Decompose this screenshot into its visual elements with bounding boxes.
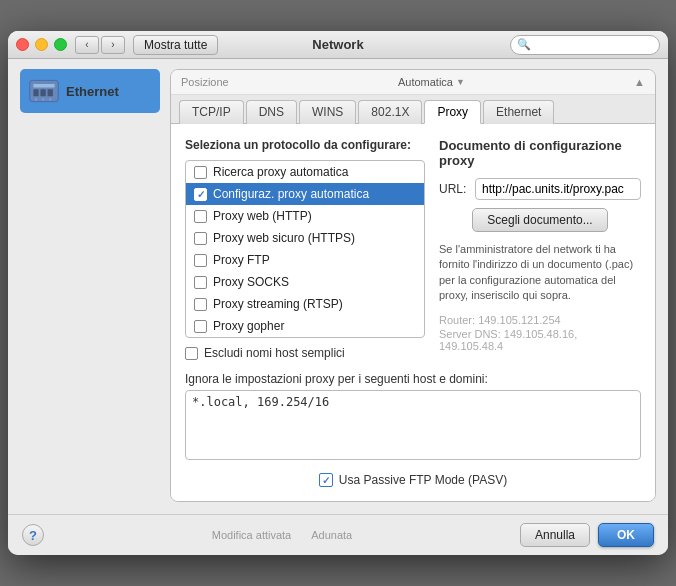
status-label-1: Modifica attivata	[212, 529, 291, 541]
search-icon: 🔍	[517, 38, 531, 51]
protocol-item-ricerca[interactable]: Ricerca proxy automatica	[186, 161, 424, 183]
label-web: Proxy web (HTTP)	[213, 209, 312, 223]
bottom-status: Modifica attivata Adunata	[212, 529, 352, 541]
cancel-button[interactable]: Annulla	[520, 523, 590, 547]
ignore-textarea[interactable]: *.local, 169.254/16	[185, 390, 641, 460]
tab-proxy[interactable]: Proxy	[424, 100, 481, 124]
svg-rect-1	[33, 84, 54, 88]
svg-rect-4	[48, 89, 53, 96]
protocol-item-configurauz[interactable]: ✓ Configuraz. proxy automatica	[186, 183, 424, 205]
tab-8021x[interactable]: 802.1X	[358, 100, 422, 124]
ignore-section: Ignora le impostazioni proxy per i segue…	[185, 372, 641, 463]
help-button[interactable]: ?	[22, 524, 44, 546]
traffic-lights	[16, 38, 67, 51]
label-configurauz: Configuraz. proxy automatica	[213, 187, 369, 201]
checkbox-socks[interactable]	[194, 276, 207, 289]
svg-rect-3	[40, 89, 45, 96]
protocol-item-streaming[interactable]: Proxy streaming (RTSP)	[186, 293, 424, 315]
protocol-item-gopher[interactable]: Proxy gopher	[186, 315, 424, 337]
passive-ftp-row: ✓ Usa Passive FTP Mode (PASV)	[185, 473, 641, 487]
label-websicuro: Proxy web sicuro (HTTPS)	[213, 231, 355, 245]
svg-rect-5	[35, 98, 37, 101]
checkbox-ricerca[interactable]	[194, 166, 207, 179]
nav-buttons: ‹ ›	[75, 36, 125, 54]
protocol-section-title: Seleziona un protocollo da configurare:	[185, 138, 425, 152]
checkbox-configurauz[interactable]: ✓	[194, 188, 207, 201]
panel-content: Seleziona un protocollo da configurare: …	[171, 124, 655, 501]
status-label-2: Adunata	[311, 529, 352, 541]
url-label: URL:	[439, 182, 469, 196]
forward-button[interactable]: ›	[101, 36, 125, 54]
ethernet-icon	[28, 75, 60, 107]
window-title: Network	[312, 37, 363, 52]
show-all-button[interactable]: Mostra tutte	[133, 35, 218, 55]
checkbox-websicuro[interactable]	[194, 232, 207, 245]
label-ricerca: Ricerca proxy automatica	[213, 165, 348, 179]
checkbox-gopher[interactable]	[194, 320, 207, 333]
protocol-list: Ricerca proxy automatica ✓ Configuraz. p…	[185, 160, 425, 338]
label-gopher: Proxy gopher	[213, 319, 284, 333]
checkbox-passive-ftp[interactable]: ✓	[319, 473, 333, 487]
tabs-bar: TCP/IP DNS WINS 802.1X Proxy Ethernet	[171, 95, 655, 124]
dropdown-arrow-icon: ▼	[456, 77, 465, 87]
greyed-router: Router: 149.105.121.254	[439, 314, 641, 326]
left-column: Seleziona un protocollo da configurare: …	[185, 138, 425, 360]
protocol-item-web[interactable]: Proxy web (HTTP)	[186, 205, 424, 227]
checkbox-ftp[interactable]	[194, 254, 207, 267]
bottom-bar: ? Modifica attivata Adunata Annulla OK	[8, 514, 668, 555]
sidebar-item-ethernet[interactable]: Ethernet	[20, 69, 160, 113]
url-row: URL:	[439, 178, 641, 200]
checkmark-icon: ✓	[197, 189, 205, 200]
label-ftp: Proxy FTP	[213, 253, 270, 267]
protocol-item-socks[interactable]: Proxy SOCKS	[186, 271, 424, 293]
close-button[interactable]	[16, 38, 29, 51]
maximize-button[interactable]	[54, 38, 67, 51]
exclude-row: Escludi nomi host semplici	[185, 346, 425, 360]
svg-rect-7	[49, 98, 51, 101]
greyed-dns: Server DNS: 149.105.48.16, 149.105.48.4	[439, 328, 641, 352]
label-socks: Proxy SOCKS	[213, 275, 289, 289]
sidebar-label-ethernet: Ethernet	[66, 84, 119, 99]
info-text: Se l'amministratore del network ti ha fo…	[439, 242, 641, 304]
title-bar: ‹ › Mostra tutte Network 🔍	[8, 31, 668, 59]
svg-rect-6	[42, 98, 44, 101]
search-box: 🔍	[510, 35, 660, 55]
ok-button[interactable]: OK	[598, 523, 654, 547]
checkbox-exclude[interactable]	[185, 347, 198, 360]
main-layout: Ethernet Posizione Automatica ▼ ▲ TCP/IP	[20, 69, 656, 502]
tab-wins[interactable]: WINS	[299, 100, 356, 124]
automatica-label: Automatica	[398, 76, 453, 88]
proxy-doc-title: Documento di configurazione proxy	[439, 138, 641, 168]
content-area: Ethernet Posizione Automatica ▼ ▲ TCP/IP	[8, 59, 668, 514]
tab-dns[interactable]: DNS	[246, 100, 297, 124]
search-input[interactable]	[535, 38, 653, 52]
automatica-dropdown[interactable]: Automatica ▼	[398, 76, 465, 88]
network-window: ‹ › Mostra tutte Network 🔍	[8, 31, 668, 555]
position-label: Posizione	[181, 76, 229, 88]
checkbox-streaming[interactable]	[194, 298, 207, 311]
passive-checkmark-icon: ✓	[322, 475, 330, 486]
label-streaming: Proxy streaming (RTSP)	[213, 297, 343, 311]
tab-tcpip[interactable]: TCP/IP	[179, 100, 244, 124]
back-button[interactable]: ‹	[75, 36, 99, 54]
url-input[interactable]	[475, 178, 641, 200]
right-column: Documento di configurazione proxy URL: S…	[439, 138, 641, 360]
protocol-item-websicuro[interactable]: Proxy web sicuro (HTTPS)	[186, 227, 424, 249]
checkbox-web[interactable]	[194, 210, 207, 223]
sidebar: Ethernet	[20, 69, 160, 502]
right-panel: Posizione Automatica ▼ ▲ TCP/IP DNS WINS…	[170, 69, 656, 502]
minimize-button[interactable]	[35, 38, 48, 51]
two-column-layout: Seleziona un protocollo da configurare: …	[185, 138, 641, 360]
svg-rect-2	[33, 89, 38, 96]
tab-ethernet[interactable]: Ethernet	[483, 100, 554, 124]
protocol-item-ftp[interactable]: Proxy FTP	[186, 249, 424, 271]
ignore-label: Ignora le impostazioni proxy per i segue…	[185, 372, 641, 386]
location-bar: Posizione Automatica ▼ ▲	[171, 70, 655, 95]
passive-ftp-label: Usa Passive FTP Mode (PASV)	[339, 473, 507, 487]
exclude-label: Escludi nomi host semplici	[204, 346, 345, 360]
choose-document-button[interactable]: Scegli documento...	[472, 208, 607, 232]
action-buttons: Annulla OK	[520, 523, 654, 547]
location-right-icon: ▲	[634, 76, 645, 88]
